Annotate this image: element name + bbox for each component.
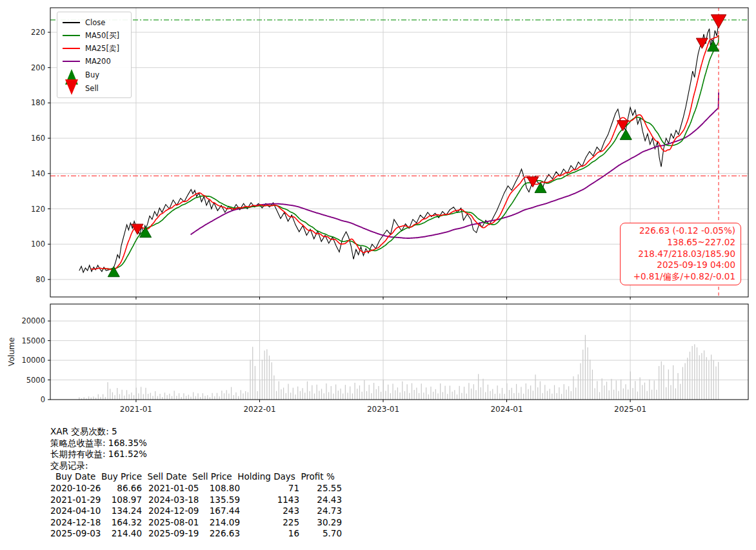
legend-label-sell: Sell <box>85 84 99 93</box>
trade-cell: 214.09 <box>204 517 240 529</box>
legend-label-buy: Buy <box>85 70 99 79</box>
trade-cell: 2024-12-09 <box>148 505 204 517</box>
trade-cell: 2021-01-29 <box>50 494 101 506</box>
price-ytick-label: 120 <box>31 205 45 214</box>
legend-item-ma200: MA200 <box>63 55 131 68</box>
close-line-swatch <box>63 22 80 23</box>
sell-marker <box>696 38 708 48</box>
x-tick-label: 2025-01 <box>614 405 646 414</box>
annotation-datetime: 2025-09-19 04:00 <box>624 260 735 271</box>
legend-item-ma25: MA25[卖] <box>63 42 131 55</box>
trade-row: 2021-01-29108.972024-03-18135.59114324.4… <box>50 494 342 506</box>
annotation-price-change: 226.63 (-0.12 -0.05%) <box>624 225 735 237</box>
ma200-line-swatch <box>63 61 80 62</box>
volume-axis-label: Volume <box>7 338 16 367</box>
volume-ytick-label: 10000 <box>21 356 45 365</box>
volume-bars <box>79 335 719 400</box>
legend-item-close: Close <box>63 16 131 29</box>
legend-item-ma50: MA50[买] <box>63 29 131 42</box>
price-ytick-label: 160 <box>31 134 45 143</box>
x-tick-label: 2021-01 <box>120 405 152 414</box>
trade-cell: 226.63 <box>204 528 240 540</box>
trade-cell: 2024-12-18 <box>50 517 101 529</box>
sell-triangle-icon <box>65 79 78 95</box>
quote-annotation-box: 226.63 (-0.12 -0.05%) 138.65~227.02 218.… <box>620 223 741 285</box>
trade-cell: 25.55 <box>299 483 342 494</box>
trade-record-title: 交易记录: <box>50 460 342 472</box>
chart-legend: Close MA50[买] MA25[卖] MA200 Buy Sell <box>57 12 132 98</box>
trade-cell: 5.70 <box>299 528 342 540</box>
legend-label-ma50: MA50[买] <box>85 31 119 41</box>
strategy-return-line: 策略总收益率: 168.35% <box>50 438 342 449</box>
annotation-ma-values: 218.47/218.03/185.90 <box>624 249 735 260</box>
strategy-stats-block: XAR 交易次数: 5 策略总收益率: 168.35% 长期持有收益: 161.… <box>50 426 342 540</box>
trade-cell: 16 <box>240 528 299 540</box>
trade-cell: 2025-09-19 <box>148 528 204 540</box>
trade-cell: 164.32 <box>101 517 142 529</box>
price-ytick-label: 220 <box>31 28 45 37</box>
trade-cell: 2020-10-26 <box>50 483 101 494</box>
trade-row: 2024-12-18164.322025-08-01214.0922530.29 <box>50 517 342 529</box>
ma50-line-swatch <box>63 35 80 36</box>
price-ytick-label: 80 <box>35 275 45 284</box>
trade-count-line: XAR 交易次数: 5 <box>50 426 342 438</box>
trade-cell: 24.73 <box>299 505 342 517</box>
sell-marker <box>711 15 726 28</box>
annotation-momentum: +0.81/偏多/+0.82/-0.01 <box>624 271 735 283</box>
trade-table-header: Buy Date Buy Price Sell Date Sell Price … <box>50 471 342 483</box>
legend-label-ma25: MA25[卖] <box>85 44 119 54</box>
price-ytick-label: 200 <box>31 63 45 72</box>
trade-cell: 135.59 <box>204 494 240 506</box>
trade-cell: 30.29 <box>299 517 342 529</box>
price-ytick-label: 100 <box>31 239 45 249</box>
strategy-chart-figure: 8010012014016018020022005000100001500020… <box>0 0 756 550</box>
trade-row: 2024-04-10134.242024-12-09167.4424324.73 <box>50 505 342 517</box>
annotation-range: 138.65~227.02 <box>624 237 735 249</box>
x-tick-label: 2024-01 <box>490 405 522 414</box>
legend-item-sell: Sell <box>63 81 131 95</box>
trade-cell: 24.43 <box>299 494 342 506</box>
ma25-line-swatch <box>63 48 80 49</box>
trade-cell: 2021-01-05 <box>148 483 204 494</box>
trade-cell: 167.44 <box>204 505 240 517</box>
price-ytick-label: 180 <box>31 98 45 107</box>
x-tick-label: 2023-01 <box>367 405 399 414</box>
trade-cell: 214.40 <box>101 528 142 540</box>
trade-row: 2020-10-2686.662021-01-05108.807125.55 <box>50 483 342 494</box>
trade-cell: 108.97 <box>101 494 142 506</box>
grid-lines <box>50 8 748 400</box>
trade-cell: 71 <box>240 483 299 494</box>
trade-cell: 86.66 <box>101 483 142 494</box>
legend-label-close: Close <box>85 18 105 27</box>
trade-table: 2020-10-2686.662021-01-05108.807125.5520… <box>50 483 342 540</box>
trade-cell: 225 <box>240 517 299 529</box>
sell-marker <box>527 177 539 187</box>
trade-cell: 2024-03-18 <box>148 494 204 506</box>
buy-marker <box>620 129 632 139</box>
volume-ytick-label: 20000 <box>21 316 45 325</box>
volume-ytick-label: 0 <box>41 395 45 404</box>
trade-row: 2025-09-03214.402025-09-19226.63165.70 <box>50 528 342 540</box>
holding-return-line: 长期持有收益: 161.52% <box>50 449 342 460</box>
trade-cell: 134.24 <box>101 505 142 517</box>
trade-cell: 243 <box>240 505 299 517</box>
legend-label-ma200: MA200 <box>85 57 111 66</box>
x-tick-label: 2022-01 <box>243 405 275 414</box>
volume-ytick-label: 15000 <box>21 336 45 345</box>
trade-cell: 2025-08-01 <box>148 517 204 529</box>
price-ytick-label: 140 <box>31 169 45 178</box>
trade-cell: 2025-09-03 <box>50 528 101 540</box>
trade-cell: 2024-04-10 <box>50 505 101 517</box>
trade-cell: 1143 <box>240 494 299 506</box>
volume-ytick-label: 5000 <box>26 376 45 385</box>
trade-cell: 108.80 <box>204 483 240 494</box>
